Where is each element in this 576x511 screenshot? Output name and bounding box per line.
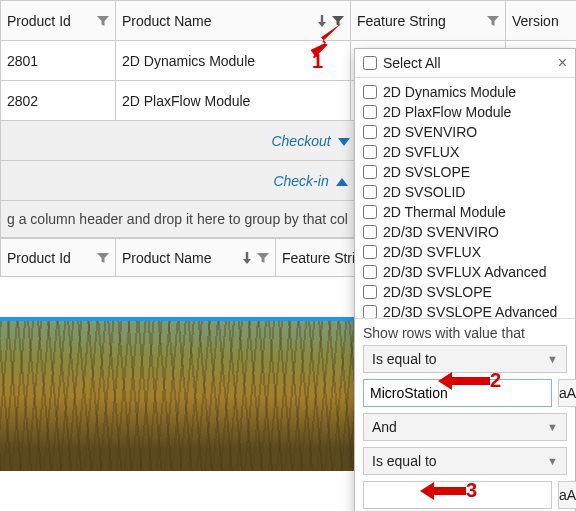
col2-product-name-label: Product Name — [122, 250, 211, 266]
filter-value2-input[interactable] — [363, 481, 552, 509]
logic-value: And — [372, 419, 397, 435]
filter-check-label: 2D Dynamics Module — [383, 84, 516, 100]
filter-check-item[interactable]: 2D/3D SVSLOPE Advanced — [363, 302, 575, 318]
col-product-name[interactable]: Product Name — [116, 1, 351, 41]
filter-check-label: 2D SVFLUX — [383, 144, 459, 160]
filter-icon[interactable] — [257, 252, 269, 264]
filter-icon[interactable] — [97, 252, 109, 264]
col-feature-string-label: Feature String — [357, 13, 446, 29]
filter-check-input[interactable] — [363, 285, 377, 299]
checkin-label: Check-in — [273, 173, 328, 189]
filter-check-label: 2D/3D SVFLUX — [383, 244, 481, 260]
filter-check-input[interactable] — [363, 305, 377, 318]
operator1-value: Is equal to — [372, 351, 437, 367]
filter-check-label: 2D/3D SVSLOPE Advanced — [383, 304, 557, 318]
select-all-label: Select All — [383, 55, 441, 71]
filter-check-item[interactable]: 2D/3D SVENVIRO — [363, 222, 575, 242]
cell-product-name: 2D Dynamics Module — [116, 41, 351, 81]
filter-check-label: 2D/3D SVFLUX Advanced — [383, 264, 546, 280]
filter-check-label: 2D Thermal Module — [383, 204, 506, 220]
filter-check-item[interactable]: 2D/3D SVFLUX — [363, 242, 575, 262]
col2-product-id-label: Product Id — [7, 250, 71, 266]
chevron-down-icon: ▼ — [547, 455, 558, 467]
filter-icon[interactable] — [487, 15, 499, 27]
filter-check-item[interactable]: 2D Dynamics Module — [363, 82, 575, 102]
filter-check-input[interactable] — [363, 105, 377, 119]
col-product-name-label: Product Name — [122, 13, 211, 29]
filter-check-input[interactable] — [363, 245, 377, 259]
close-icon[interactable]: × — [558, 55, 567, 71]
sort-desc-icon[interactable] — [241, 251, 253, 265]
filter-check-input[interactable] — [363, 265, 377, 279]
chevron-down-icon: ▼ — [547, 421, 558, 433]
col-version[interactable]: Version — [506, 1, 577, 41]
case-toggle-button[interactable]: aA — [558, 481, 576, 509]
col-version-label: Version — [512, 13, 559, 29]
col2-product-name[interactable]: Product Name — [116, 239, 276, 277]
filter-check-input[interactable] — [363, 185, 377, 199]
case-toggle-label: aA — [559, 487, 576, 503]
filter-check-label: 2D PlaxFlow Module — [383, 104, 511, 120]
sort-desc-icon[interactable] — [316, 14, 328, 28]
filter-popup: Select All × 2D Dynamics Module2D PlaxFl… — [354, 48, 576, 511]
filter-check-item[interactable]: 2D/3D SVSLOPE — [363, 282, 575, 302]
filter-check-item[interactable]: 2D SVSOLID — [363, 182, 575, 202]
filter-check-input[interactable] — [363, 145, 377, 159]
filter-check-label: 2D/3D SVSLOPE — [383, 284, 492, 300]
filter-icon[interactable] — [332, 15, 344, 27]
filter-check-item[interactable]: 2D Thermal Module — [363, 202, 575, 222]
operator2-value: Is equal to — [372, 453, 437, 469]
filter-check-item[interactable]: 2D SVENVIRO — [363, 122, 575, 142]
col-feature-string[interactable]: Feature String — [351, 1, 506, 41]
filter-check-label: 2D SVSOLID — [383, 184, 465, 200]
operator1-select[interactable]: Is equal to▼ — [363, 345, 567, 373]
filter-check-item[interactable]: 2D/3D SVFLUX Advanced — [363, 262, 575, 282]
filter-check-input[interactable] — [363, 125, 377, 139]
filter-icon[interactable] — [97, 15, 109, 27]
col-product-id[interactable]: Product Id — [1, 1, 116, 41]
select-all-checkbox[interactable]: Select All — [363, 55, 441, 71]
chevron-up-icon — [336, 178, 348, 186]
logic-select[interactable]: And▼ — [363, 413, 567, 441]
filter-check-label: 2D SVENVIRO — [383, 124, 477, 140]
case-toggle-label: aA — [559, 385, 576, 401]
filter-check-label: 2D SVSLOPE — [383, 164, 470, 180]
filter-value1-input[interactable] — [363, 379, 552, 407]
col2-product-id[interactable]: Product Id — [1, 239, 116, 277]
chevron-down-icon — [338, 138, 350, 146]
select-all-input[interactable] — [363, 56, 377, 70]
filter-check-input[interactable] — [363, 165, 377, 179]
checkin-link[interactable]: Check-in — [273, 173, 347, 189]
col-product-id-label: Product Id — [7, 13, 71, 29]
filter-check-item[interactable]: 2D PlaxFlow Module — [363, 102, 575, 122]
filter-check-input[interactable] — [363, 85, 377, 99]
show-rows-label: Show rows with value that — [363, 325, 567, 341]
chevron-down-icon: ▼ — [547, 353, 558, 365]
cell-product-name: 2D PlaxFlow Module — [116, 81, 351, 121]
filter-check-label: 2D/3D SVENVIRO — [383, 224, 499, 240]
filter-check-item[interactable]: 2D SVSLOPE — [363, 162, 575, 182]
filter-check-input[interactable] — [363, 205, 377, 219]
filter-check-item[interactable]: 2D SVFLUX — [363, 142, 575, 162]
filter-checklist[interactable]: 2D Dynamics Module2D PlaxFlow Module2D S… — [355, 78, 575, 318]
checkout-link[interactable]: Checkout — [271, 133, 349, 149]
operator2-select[interactable]: Is equal to▼ — [363, 447, 567, 475]
cell-product-id: 2802 — [1, 81, 116, 121]
case-toggle-button[interactable]: aA — [558, 379, 576, 407]
filter-check-input[interactable] — [363, 225, 377, 239]
cell-product-id: 2801 — [1, 41, 116, 81]
checkout-label: Checkout — [271, 133, 330, 149]
